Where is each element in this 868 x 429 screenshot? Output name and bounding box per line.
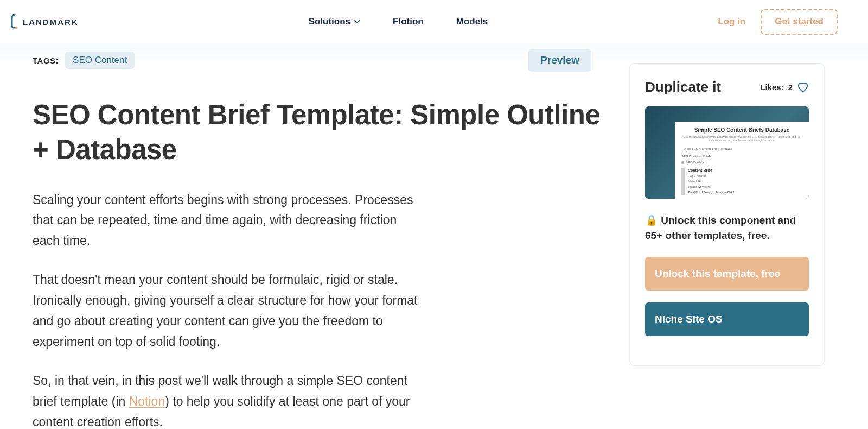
login-link[interactable]: Log in bbox=[718, 16, 745, 27]
nav-solutions[interactable]: Solutions bbox=[309, 16, 360, 27]
likes-count: 2 bbox=[788, 83, 793, 92]
get-started-button[interactable]: Get started bbox=[761, 9, 838, 35]
nav-models[interactable]: Models bbox=[456, 16, 488, 27]
heart-icon[interactable] bbox=[797, 81, 809, 93]
page-title: SEO Content Brief Template: Simple Outli… bbox=[33, 98, 608, 167]
main-content: TAGS: SEO Content Preview SEO Content Br… bbox=[33, 43, 608, 429]
thumb-box-title: Content Brief bbox=[688, 168, 802, 172]
site-header: LANDMARK Solutions Flotion Models Log in… bbox=[0, 0, 868, 43]
duplicate-title: Duplicate it bbox=[645, 79, 721, 96]
thumb-title: Simple SEO Content Briefs Database bbox=[681, 127, 802, 133]
nav-flotion[interactable]: Flotion bbox=[393, 16, 424, 27]
thumbnail-inner: Simple SEO Content Briefs Database Use t… bbox=[675, 122, 809, 199]
thumb-row: Page Name: bbox=[688, 173, 802, 179]
likes-label: Likes: bbox=[760, 83, 783, 92]
niche-site-os-button[interactable]: Niche Site OS bbox=[645, 302, 809, 336]
thumb-box: Content Brief Page Name: Main URL: Targe… bbox=[681, 168, 802, 195]
thumb-row: Main URL: bbox=[688, 179, 802, 184]
paragraph-1: Scaling your content efforts begins with… bbox=[33, 190, 423, 252]
nav-solutions-label: Solutions bbox=[309, 16, 350, 27]
chevron-down-icon bbox=[354, 18, 360, 25]
sidebar-head: Duplicate it Likes: 2 bbox=[645, 79, 809, 96]
paragraph-3: So, in that vein, in this post we'll wal… bbox=[33, 371, 423, 429]
paragraph-2: That doesn't mean your content should be… bbox=[33, 270, 423, 352]
nav-flotion-label: Flotion bbox=[393, 16, 424, 27]
tags-label: TAGS: bbox=[33, 56, 59, 65]
duplicate-sidebar: Duplicate it Likes: 2 Simple SEO Content… bbox=[629, 63, 825, 366]
brand-logo[interactable]: LANDMARK bbox=[9, 14, 79, 30]
likes-group: Likes: 2 bbox=[760, 81, 809, 93]
preview-button[interactable]: Preview bbox=[528, 49, 591, 72]
thumb-row: ▦ SEO Briefs ▾ bbox=[681, 159, 802, 165]
thumb-row: SEO Content Briefs bbox=[681, 154, 802, 159]
unlock-template-button[interactable]: Unlock this template, free bbox=[645, 257, 809, 291]
thumb-row: + New SEO Content Brief Template bbox=[681, 146, 802, 152]
page-body: TAGS: SEO Content Preview SEO Content Br… bbox=[0, 43, 868, 429]
tag-seo-content[interactable]: SEO Content bbox=[65, 52, 135, 69]
thumb-row: Top Word Design Trends 2022 bbox=[688, 190, 802, 195]
logo-mark-icon bbox=[9, 14, 21, 30]
unlock-description: 🔒 Unlock this component and 65+ other te… bbox=[645, 213, 809, 243]
tags-row: TAGS: SEO Content Preview bbox=[33, 43, 608, 81]
thumb-row: Target Keyword: bbox=[688, 184, 802, 190]
brand-name: LANDMARK bbox=[23, 17, 79, 27]
svg-point-0 bbox=[15, 27, 18, 29]
main-nav: Solutions Flotion Models bbox=[309, 16, 488, 27]
nav-models-label: Models bbox=[456, 16, 488, 27]
thumb-sub: Use the database below to quickly genera… bbox=[681, 135, 802, 142]
notion-link[interactable]: Notion bbox=[129, 394, 165, 408]
auth-group: Log in Get started bbox=[718, 9, 838, 35]
template-thumbnail[interactable]: Simple SEO Content Briefs Database Use t… bbox=[645, 106, 809, 199]
